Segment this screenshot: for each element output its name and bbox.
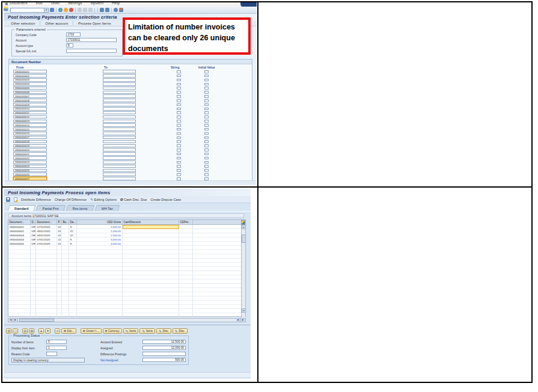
command-field[interactable]: ▼ xyxy=(10,8,49,13)
string-checkbox[interactable] xyxy=(177,169,181,172)
string-checkbox[interactable] xyxy=(177,132,181,135)
last-page-icon[interactable] xyxy=(4,7,8,11)
display-from-item-field[interactable]: 1 xyxy=(46,346,67,350)
reason-code-field[interactable] xyxy=(46,352,57,356)
initial-value-checkbox[interactable] xyxy=(204,103,209,106)
string-checkbox[interactable] xyxy=(177,87,181,90)
initial-value-checkbox[interactable] xyxy=(204,161,209,164)
from-field[interactable]: 1800000024 xyxy=(13,165,47,168)
cell-cash-discount[interactable] xyxy=(123,237,179,242)
initial-value-checkbox[interactable] xyxy=(204,108,209,111)
from-field[interactable]: 1800000016 xyxy=(13,132,47,135)
cell-cash-discount[interactable] xyxy=(123,225,179,229)
to-field[interactable] xyxy=(103,148,136,152)
account-type-field[interactable]: D xyxy=(66,43,73,47)
menu-item[interactable]: Goto xyxy=(51,2,60,5)
dropdown-arrow-icon[interactable]: ▼ xyxy=(44,8,48,12)
col-days[interactable]: Da... xyxy=(69,220,77,224)
string-checkbox[interactable] xyxy=(177,115,181,118)
distribute-difference-button[interactable]: Distribute Difference xyxy=(21,198,51,201)
open-item-row[interactable]: 1800000001 DR 07/15/2020 01 9- 1,000.00 xyxy=(8,225,245,229)
string-checkbox[interactable] xyxy=(177,111,181,114)
from-field[interactable]: 1800000013 xyxy=(13,120,47,123)
scroll-right-end-icon[interactable]: ▶ xyxy=(240,319,245,322)
tab-partial-pmt[interactable]: Partial Pmt xyxy=(35,205,66,211)
open-item-row[interactable]: 1800000005 DR 07/01/2020 01 9- 4,000.00 xyxy=(8,242,245,246)
advanced-search-button[interactable]: ⊞Adv... xyxy=(61,328,76,334)
string-checkbox[interactable] xyxy=(177,161,181,164)
menu-item[interactable]: Help xyxy=(112,2,120,5)
string-checkbox[interactable] xyxy=(177,70,181,73)
cell-cash-discount[interactable] xyxy=(123,233,179,237)
from-field[interactable]: 1800000022 xyxy=(13,156,47,160)
from-field[interactable]: 1800000025 xyxy=(13,169,47,173)
string-checkbox[interactable] xyxy=(177,128,181,131)
company-code-field[interactable]: 1710 xyxy=(66,32,81,37)
from-field[interactable]: 1800000015 xyxy=(13,127,47,131)
to-field[interactable] xyxy=(103,120,136,123)
col-doc-type[interactable]: D... xyxy=(31,220,36,224)
from-field[interactable]: 1800000020 xyxy=(13,148,47,152)
from-field[interactable]: 1800000023 xyxy=(13,161,47,164)
back-icon[interactable] xyxy=(58,8,63,12)
find-items-icon[interactable]: ⊙ xyxy=(55,328,60,334)
cell-cash-discount[interactable] xyxy=(123,229,179,233)
from-field[interactable]: 1800000005 xyxy=(13,87,47,90)
menu-item[interactable]: Settings xyxy=(68,2,82,5)
scroll-left-end-icon[interactable]: ◀ xyxy=(236,319,240,322)
find-icon[interactable] xyxy=(83,8,87,12)
string-checkbox[interactable] xyxy=(177,153,181,156)
from-field[interactable]: 1800000004 xyxy=(13,82,47,86)
to-field[interactable] xyxy=(103,74,136,78)
cancel-icon[interactable] xyxy=(69,8,73,12)
to-field[interactable] xyxy=(103,136,136,139)
shortcut-icon[interactable] xyxy=(105,8,109,12)
from-field[interactable]: 1800000008 xyxy=(13,99,47,102)
from-field[interactable]: 1800000012 xyxy=(13,115,47,119)
initial-value-checkbox[interactable] xyxy=(204,157,209,160)
initial-value-checkbox[interactable] xyxy=(204,140,209,143)
change-document-icon[interactable] xyxy=(14,197,17,202)
menu-item[interactable]: Edit xyxy=(36,2,43,5)
initial-value-checkbox[interactable] xyxy=(204,120,209,123)
other-selection-button[interactable]: Other selection xyxy=(8,22,37,25)
horizontal-scroll-thumb[interactable] xyxy=(19,319,54,322)
to-field[interactable] xyxy=(103,103,136,106)
from-field[interactable]: 1800000003 xyxy=(13,78,47,82)
initial-value-checkbox[interactable] xyxy=(204,111,209,114)
from-field[interactable]: 1800000009 xyxy=(13,103,47,106)
menu-item[interactable]: System xyxy=(90,2,103,5)
initial-value-checkbox[interactable] xyxy=(204,136,209,139)
initial-value-checkbox[interactable] xyxy=(204,70,209,73)
from-field[interactable]: 1800000006 xyxy=(13,91,47,94)
account-field[interactable]: 17100011 xyxy=(66,38,117,42)
to-field[interactable] xyxy=(103,78,136,82)
to-field[interactable] xyxy=(103,156,136,160)
activate-discount-button[interactable]: ✎Disc. xyxy=(156,328,171,334)
clearing-currency-field[interactable]: Display in clearing currency xyxy=(11,358,85,363)
to-field[interactable] xyxy=(103,107,136,111)
to-field[interactable] xyxy=(103,94,136,98)
to-field[interactable] xyxy=(103,161,136,164)
to-field[interactable] xyxy=(103,165,136,168)
special-gl-field[interactable] xyxy=(66,49,117,53)
cell-cash-discount[interactable] xyxy=(123,242,179,246)
from-field[interactable]: 1800000018 xyxy=(13,140,47,144)
process-open-items-button[interactable]: Process Open Items xyxy=(76,22,113,25)
from-field[interactable]: 1800000026 xyxy=(13,173,47,176)
to-field[interactable] xyxy=(103,99,136,102)
initial-value-checkbox[interactable] xyxy=(204,99,209,102)
string-checkbox[interactable] xyxy=(177,140,181,143)
col-cash-discount[interactable]: CashDiscount xyxy=(123,220,179,224)
from-field[interactable]: 1800000002 xyxy=(13,74,47,78)
string-checkbox[interactable] xyxy=(177,144,181,147)
string-checkbox[interactable] xyxy=(177,103,181,106)
string-checkbox[interactable] xyxy=(177,75,181,78)
to-field[interactable] xyxy=(103,127,136,131)
string-checkbox[interactable] xyxy=(177,120,181,123)
open-item-row[interactable]: 1800000003 DR 06/01/2020 01 22 2,500.00 xyxy=(8,233,245,237)
sort-ascending-icon[interactable]: ▲ xyxy=(38,328,44,334)
string-checkbox[interactable] xyxy=(177,83,181,86)
to-field[interactable] xyxy=(103,169,136,173)
to-field[interactable] xyxy=(103,140,136,144)
